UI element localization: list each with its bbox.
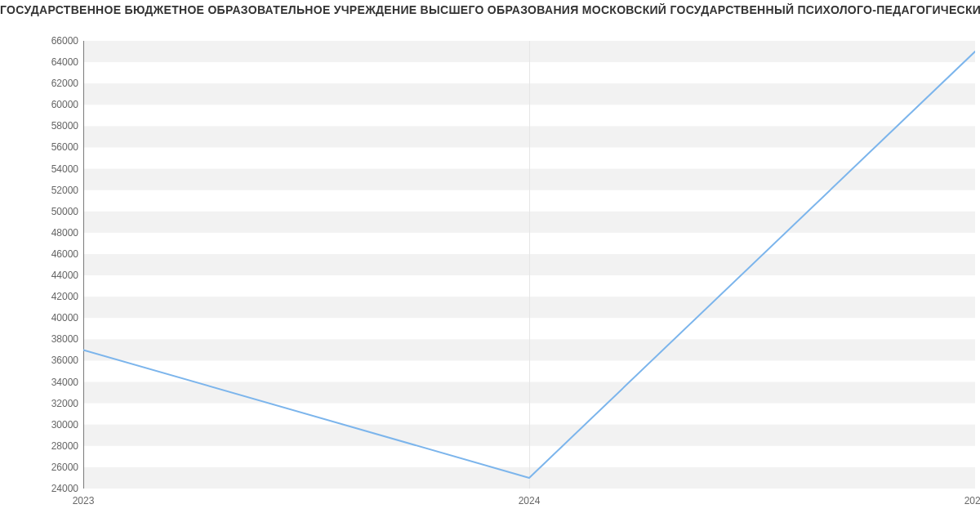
y-tick-label: 66000 [51, 35, 78, 47]
y-tick-label: 36000 [51, 355, 78, 366]
chart-title: ГОСУДАРСТВЕННОЕ БЮДЖЕТНОЕ ОБРАЗОВАТЕЛЬНО… [0, 3, 980, 16]
y-tick-label: 38000 [51, 333, 78, 345]
y-tick-label: 30000 [51, 419, 78, 431]
y-axis-labels: 2400026000280003000032000340003600038000… [0, 41, 78, 489]
y-tick-label: 62000 [51, 78, 78, 89]
x-tick-label: 2025 [964, 495, 980, 506]
y-tick-label: 60000 [51, 99, 78, 110]
y-tick-label: 46000 [51, 248, 78, 260]
x-tick-label: 2023 [73, 495, 95, 506]
y-tick-label: 64000 [51, 56, 78, 68]
y-tick-label: 32000 [51, 398, 78, 409]
chart-container: ГОСУДАРСТВЕННОЕ БЮДЖЕТНОЕ ОБРАЗОВАТЕЛЬНО… [0, 0, 980, 531]
y-tick-label: 42000 [51, 291, 78, 302]
x-tick-label: 2024 [519, 495, 541, 506]
y-tick-label: 44000 [51, 270, 78, 281]
y-tick-label: 58000 [51, 120, 78, 132]
y-tick-label: 24000 [51, 483, 78, 494]
y-tick-label: 40000 [51, 312, 78, 324]
y-tick-label: 54000 [51, 163, 78, 175]
y-tick-label: 28000 [51, 440, 78, 452]
y-tick-label: 50000 [51, 206, 78, 217]
y-tick-label: 56000 [51, 141, 78, 153]
y-tick-label: 34000 [51, 377, 78, 388]
chart-plot[interactable] [83, 41, 975, 489]
x-axis-labels: 202320242025 [83, 489, 975, 513]
y-tick-label: 52000 [51, 185, 78, 196]
y-tick-label: 48000 [51, 227, 78, 239]
y-tick-label: 26000 [51, 462, 78, 473]
